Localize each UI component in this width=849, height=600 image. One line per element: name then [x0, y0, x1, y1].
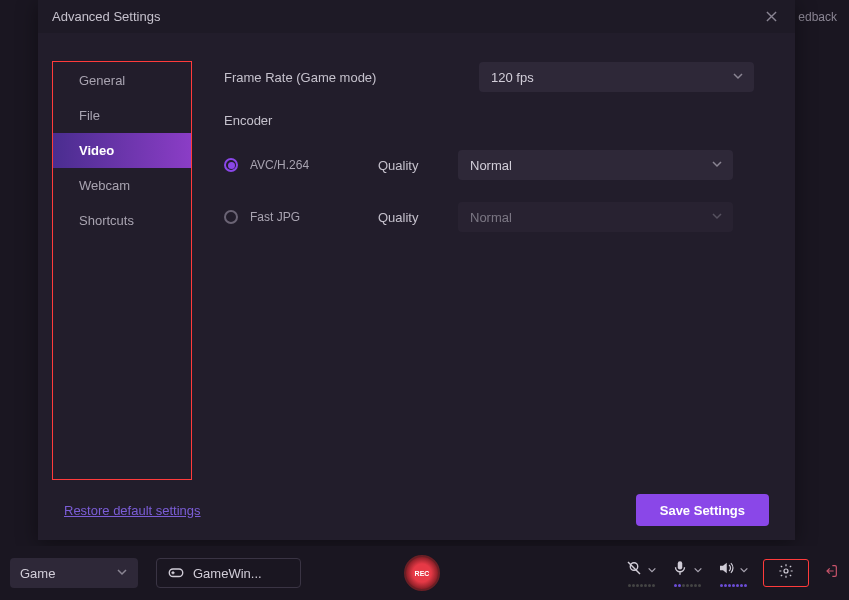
game-window-selector[interactable]: GameWin...	[156, 558, 301, 588]
chevron-down-icon	[732, 70, 744, 85]
chevron-down-icon	[711, 210, 723, 225]
speaker-icon	[717, 559, 735, 581]
sidebar-item-shortcuts[interactable]: Shortcuts	[53, 203, 191, 238]
chevron-down-icon	[711, 158, 723, 173]
settings-modal: Advanced Settings General File Video Web…	[38, 0, 795, 540]
restore-defaults-link[interactable]: Restore default settings	[64, 503, 201, 518]
record-button[interactable]: REC	[404, 555, 440, 591]
speaker-control	[717, 559, 749, 587]
modal-title: Advanced Settings	[52, 9, 160, 24]
mic-control	[671, 559, 703, 587]
mode-dropdown[interactable]: Game	[10, 558, 138, 588]
webcam-toggle[interactable]	[625, 559, 657, 581]
chevron-down-icon	[739, 561, 749, 579]
game-window-value: GameWin...	[193, 566, 262, 581]
svg-rect-2	[678, 561, 683, 569]
level-indicator	[628, 584, 655, 587]
sidebar-item-webcam[interactable]: Webcam	[53, 168, 191, 203]
close-button[interactable]	[761, 7, 781, 27]
speaker-toggle[interactable]	[717, 559, 749, 581]
settings-sidebar: General File Video Webcam Shortcuts	[52, 61, 192, 480]
webcam-control	[625, 559, 657, 587]
feedback-link-partial: edback	[798, 10, 837, 24]
encoder-section-label: Encoder	[224, 113, 765, 128]
exit-icon	[823, 565, 839, 582]
record-label: REC	[415, 570, 430, 577]
modal-footer: Restore default settings Save Settings	[38, 480, 795, 540]
quality-value: Normal	[470, 158, 512, 173]
level-indicator	[674, 584, 701, 587]
encoder-name-fastjpg: Fast JPG	[250, 210, 378, 224]
mic-toggle[interactable]	[671, 559, 703, 581]
bottom-bar: Game GameWin... REC	[0, 546, 849, 600]
quality-value: Normal	[470, 210, 512, 225]
mic-icon	[671, 559, 689, 581]
close-icon	[766, 8, 777, 26]
sidebar-item-video[interactable]: Video	[53, 133, 191, 168]
level-indicator	[720, 584, 747, 587]
exit-button[interactable]	[823, 563, 839, 583]
gamepad-icon	[167, 563, 185, 584]
svg-rect-0	[169, 569, 183, 577]
encoder-radio-fastjpg[interactable]	[224, 210, 238, 224]
quality-label: Quality	[378, 158, 458, 173]
encoder-name-avc: AVC/H.264	[250, 158, 378, 172]
chevron-down-icon	[647, 561, 657, 579]
mode-value: Game	[20, 566, 55, 581]
frame-rate-value: 120 fps	[491, 70, 534, 85]
frame-rate-label: Frame Rate (Game mode)	[224, 70, 479, 85]
encoder-radio-avc[interactable]	[224, 158, 238, 172]
modal-header: Advanced Settings	[38, 0, 795, 33]
svg-point-1	[630, 563, 638, 571]
settings-button[interactable]	[763, 559, 809, 587]
sidebar-item-general[interactable]: General	[53, 63, 191, 98]
quality-dropdown-avc[interactable]: Normal	[458, 150, 733, 180]
chevron-down-icon	[116, 566, 128, 581]
webcam-off-icon	[625, 559, 643, 581]
quality-dropdown-fastjpg: Normal	[458, 202, 733, 232]
svg-point-3	[784, 569, 788, 573]
quality-label: Quality	[378, 210, 458, 225]
settings-content: Frame Rate (Game mode) 120 fps Encoder A…	[192, 61, 795, 480]
sidebar-item-file[interactable]: File	[53, 98, 191, 133]
chevron-down-icon	[693, 561, 703, 579]
save-settings-button[interactable]: Save Settings	[636, 494, 769, 526]
frame-rate-dropdown[interactable]: 120 fps	[479, 62, 754, 92]
gear-icon	[778, 563, 794, 583]
